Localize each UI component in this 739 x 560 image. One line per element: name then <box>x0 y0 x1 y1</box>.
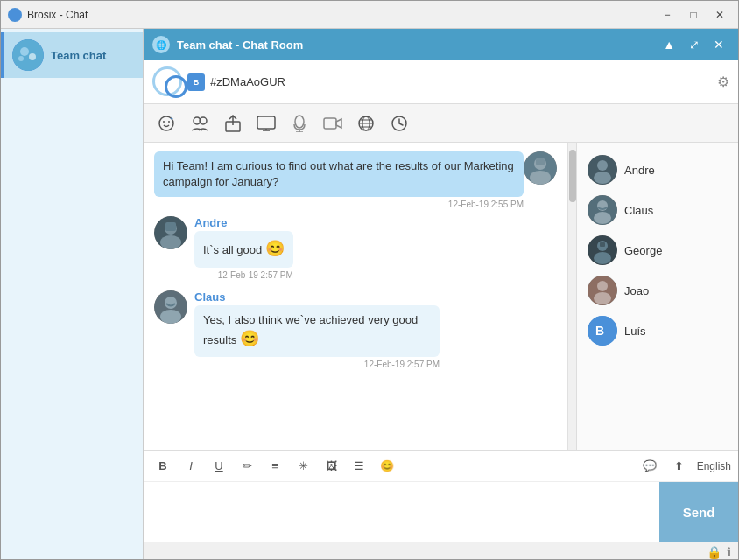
msg-time-2: 12-Feb-19 2:57 PM <box>194 270 293 280</box>
svg-text:B: B <box>595 324 604 338</box>
message-incoming-3: Claus Yes, I also think we`ve achieved v… <box>154 290 557 369</box>
emoji-button[interactable]: 😊 <box>375 454 399 479</box>
chat-header-icon: 🌐 <box>152 36 170 53</box>
participant-avatar-claus <box>588 195 617 225</box>
svg-point-34 <box>597 160 608 171</box>
users-button[interactable] <box>186 109 214 137</box>
input-toolbar-right: 💬 ⬆ English <box>637 454 731 479</box>
svg-point-3 <box>18 56 24 61</box>
pen-button[interactable]: ✏ <box>235 454 259 479</box>
outgoing-avatar-1 <box>524 151 557 185</box>
scroll-track[interactable] <box>567 143 576 450</box>
bold-button[interactable]: B <box>151 454 175 479</box>
participant-avatar-george <box>588 235 617 265</box>
send-button[interactable]: Send <box>659 482 738 542</box>
claus-avatar <box>154 290 187 324</box>
svg-point-24 <box>530 171 551 185</box>
participant-name-claus: Claus <box>624 204 653 217</box>
sidebar-item-label: Team chat <box>51 49 106 62</box>
participant-name-george: George <box>624 244 662 257</box>
input-toolbar: B I U ✏ ≡ ✳ 🖼 ☰ 😊 💬 ⬆ English <box>144 451 738 482</box>
svg-rect-15 <box>324 118 336 129</box>
participant-avatar-luis: B <box>588 316 617 346</box>
history-button[interactable] <box>385 109 413 137</box>
language-label: English <box>697 460 731 472</box>
emoji-3: 😊 <box>240 328 259 350</box>
svg-point-1 <box>20 47 29 56</box>
message-outgoing-1: Hi Team! I am curious to find out what a… <box>154 151 557 209</box>
svg-rect-25 <box>536 158 545 165</box>
app-title: Brosix - Chat <box>27 9 656 21</box>
msg-bubble-3: Yes, I also think we`ve achieved very go… <box>194 305 440 357</box>
svg-point-5 <box>163 121 165 122</box>
audio-button[interactable] <box>285 109 313 137</box>
sidebar-item-teamchat[interactable]: Team chat <box>1 32 143 78</box>
upload-icon-button[interactable]: ⬆ <box>667 454 692 479</box>
settings-button[interactable]: ⚙ <box>717 74 729 90</box>
svg-point-38 <box>594 212 611 224</box>
spark-button[interactable]: ✳ <box>291 454 315 479</box>
sidebar-avatar <box>12 39 44 71</box>
upload-button[interactable] <box>219 109 247 137</box>
channel-info: B #zDMaAoGUR <box>187 74 285 91</box>
svg-point-2 <box>29 53 36 60</box>
list-button[interactable]: ☰ <box>347 454 371 479</box>
participant-item-luis[interactable]: B Luís <box>577 311 738 351</box>
msg-content-3: Claus Yes, I also think we`ve achieved v… <box>194 290 440 369</box>
info-bar: B #zDMaAoGUR ⚙ <box>144 60 738 104</box>
messages-list[interactable]: Hi Team! I am curious to find out what a… <box>144 143 567 450</box>
chat-header-title: Team chat - Chat Room <box>177 38 658 52</box>
svg-point-41 <box>594 252 611 264</box>
participant-item-george[interactable]: George <box>577 230 738 270</box>
participant-item-andre[interactable]: Andre <box>577 150 738 190</box>
svg-point-32 <box>160 310 181 324</box>
svg-point-12 <box>295 116 304 128</box>
web-button[interactable] <box>352 109 380 137</box>
msg-sender-3: Claus <box>194 290 440 304</box>
lock-icon: 🔒 <box>707 545 721 559</box>
close-button[interactable]: ✕ <box>708 5 731 24</box>
svg-point-45 <box>594 292 611 304</box>
participant-item-joao[interactable]: Joao <box>577 270 738 311</box>
channel-name: #zDMaAoGUR <box>210 75 285 88</box>
underline-button[interactable]: U <box>207 454 231 479</box>
window-controls: − □ ✕ <box>656 5 731 24</box>
video-button[interactable] <box>319 109 347 137</box>
msg-text-1: Hi Team! I am curious to find out what a… <box>163 159 514 188</box>
image-button[interactable]: 🖼 <box>319 454 343 479</box>
svg-point-31 <box>165 297 177 309</box>
msg-content-2: Andre It`s all good 😊 12-Feb-19 2:57 PM <box>194 216 293 279</box>
info-bar-art <box>152 65 187 100</box>
minimize-button[interactable]: − <box>656 5 679 24</box>
participant-name-andre: Andre <box>624 164 655 177</box>
emoji-2: 😊 <box>265 238 285 260</box>
svg-point-28 <box>160 235 181 249</box>
message-input[interactable] <box>144 482 659 542</box>
svg-point-0 <box>12 39 44 71</box>
emoticon-button[interactable]: + <box>152 109 180 137</box>
message-incoming-2: Andre It`s all good 😊 12-Feb-19 2:57 PM <box>154 216 557 279</box>
input-area: B I U ✏ ≡ ✳ 🖼 ☰ 😊 💬 ⬆ English Send <box>144 450 738 542</box>
msg-time-1: 12-Feb-19 2:55 PM <box>154 200 524 209</box>
app-icon <box>8 8 22 22</box>
participant-name-joao: Joao <box>624 284 649 298</box>
strikethrough-button[interactable]: ≡ <box>263 454 287 479</box>
msg-sender-2: Andre <box>194 216 293 229</box>
msg-time-3: 12-Feb-19 2:57 PM <box>194 360 440 369</box>
italic-button[interactable]: I <box>179 454 203 479</box>
chat-expand-btn[interactable]: ▲ <box>658 36 680 53</box>
participant-avatar-joao <box>588 276 617 305</box>
input-row: Send <box>144 482 738 542</box>
participants-list: Andre Claus <box>576 143 738 450</box>
screen-share-button[interactable] <box>252 109 280 137</box>
chat-popout-btn[interactable]: ⤢ <box>684 36 705 53</box>
chat-icon-button[interactable]: 💬 <box>637 454 662 479</box>
svg-rect-11 <box>257 116 275 129</box>
title-bar: Brosix - Chat − □ ✕ <box>1 1 738 29</box>
maximize-button[interactable]: □ <box>682 5 705 24</box>
participant-avatar-andre <box>588 155 617 185</box>
andre-avatar <box>154 216 187 249</box>
participant-name-luis: Luís <box>624 325 646 338</box>
participant-item-claus[interactable]: Claus <box>577 190 738 230</box>
chat-close-btn[interactable]: ✕ <box>708 36 729 53</box>
